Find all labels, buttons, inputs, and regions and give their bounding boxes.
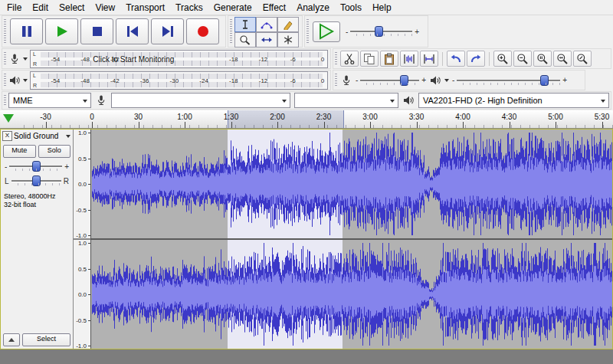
menu-item-help[interactable]: Help <box>367 1 397 15</box>
vertical-ruler-tick <box>88 133 90 133</box>
zoom-tool-button[interactable] <box>234 32 256 48</box>
zoom-in-button[interactable] <box>493 51 512 67</box>
paste-button[interactable] <box>380 51 398 67</box>
toolbar-grip[interactable] <box>230 19 232 44</box>
play-speed-thumb[interactable] <box>375 26 383 37</box>
timeline-tick <box>277 122 278 128</box>
meter-dropdown-arrow-icon[interactable] <box>23 79 28 82</box>
recording-volume-thumb[interactable] <box>400 75 408 86</box>
timeline-pin-icon[interactable] <box>3 114 14 123</box>
menu-item-edit[interactable]: Edit <box>27 1 54 15</box>
zoom-out-button[interactable] <box>513 51 532 67</box>
playback-volume-slider[interactable]: - + <box>452 74 567 87</box>
gain-thumb[interactable] <box>32 161 41 172</box>
cut-button[interactable] <box>340 51 359 67</box>
track-select-button[interactable]: Select <box>22 333 70 346</box>
toolbar-grip[interactable] <box>335 52 337 65</box>
play-at-speed-button[interactable] <box>313 21 340 42</box>
mute-button[interactable]: Mute <box>3 145 36 158</box>
speaker-icon[interactable] <box>8 74 21 87</box>
microphone-icon[interactable] <box>8 53 21 65</box>
trim-audio-button[interactable] <box>400 51 418 67</box>
stop-button[interactable] <box>80 18 113 44</box>
transport-toolbar <box>2 15 226 48</box>
meter-scale-number: -54 <box>51 77 61 84</box>
mixer-dropdown-arrow-icon[interactable] <box>444 79 449 82</box>
fit-selection-button[interactable] <box>533 51 552 67</box>
track-close-button[interactable]: X <box>2 131 12 141</box>
menu-item-view[interactable]: View <box>90 1 120 15</box>
draw-tool-button[interactable] <box>277 17 299 32</box>
toolbar-grip[interactable] <box>306 19 309 44</box>
pan-right-label: R <box>64 177 69 185</box>
zoom-out-icon <box>516 53 529 65</box>
fit-project-button[interactable] <box>553 51 572 67</box>
menu-item-file[interactable]: File <box>2 1 27 15</box>
play-speed-slider[interactable]: - + <box>346 25 419 38</box>
menu-item-tracks[interactable]: Tracks <box>170 1 208 15</box>
silence-audio-button[interactable] <box>420 51 438 67</box>
menu-item-generate[interactable]: Generate <box>208 1 257 15</box>
playback-device-value: VA2201-FHD (2- High Definition <box>423 96 543 105</box>
pan-thumb[interactable] <box>32 175 41 186</box>
undo-button[interactable] <box>447 51 465 67</box>
record-icon <box>196 25 210 38</box>
toolbar-grip[interactable] <box>335 74 337 87</box>
copy-button[interactable] <box>360 51 379 67</box>
cut-icon <box>343 53 356 65</box>
pan-left-label: L <box>5 177 9 185</box>
time-shift-tool-button[interactable] <box>256 32 277 48</box>
collapse-track-button[interactable] <box>3 333 20 346</box>
slider-plus-label: + <box>421 76 426 84</box>
meter-scale-number: -24 <box>199 77 208 84</box>
zoom-toggle-button[interactable] <box>573 51 592 67</box>
menu-item-analyze[interactable]: Analyze <box>291 1 335 15</box>
track-name[interactable]: Solid Ground <box>14 132 64 140</box>
menu-item-transport[interactable]: Transport <box>120 1 170 15</box>
meter-dropdown-arrow-icon[interactable] <box>23 57 28 61</box>
playback-meter[interactable]: L R -54-48-42-36-30-24-18-12-60 <box>30 71 328 90</box>
selection-tool-button[interactable] <box>234 17 256 32</box>
timeline-ruler[interactable]: -300301:001:302:002:303:003:304:004:305:… <box>0 110 613 129</box>
playback-device-select[interactable]: VA2201-FHD (2- High Definition <box>418 93 609 108</box>
meter-scale-number: -42 <box>110 77 120 84</box>
timeline-tick <box>46 122 47 128</box>
waveform-canvas[interactable] <box>91 130 612 349</box>
empty-track-area[interactable] <box>0 349 613 364</box>
toolbar-grip[interactable] <box>4 74 6 87</box>
menu-item-tools[interactable]: Tools <box>335 1 367 15</box>
pause-button[interactable] <box>10 18 43 44</box>
recording-volume-slider[interactable]: - + <box>356 74 426 87</box>
meter-scale-number: -6 <box>290 77 296 84</box>
play-button[interactable] <box>45 18 78 44</box>
toolbar-grip[interactable] <box>4 52 6 65</box>
track-format-info: Stereo, 48000Hz 32-bit float <box>1 187 73 209</box>
gain-slider[interactable]: - + <box>1 158 73 172</box>
audio-host-select[interactable]: MME <box>8 93 91 108</box>
timeline-tick <box>602 122 603 128</box>
meter-scale-number: -12 <box>259 55 268 62</box>
vertical-ruler-label: -0.5 <box>76 206 87 213</box>
track-menu-arrow-icon[interactable] <box>66 135 70 138</box>
menu-item-select[interactable]: Select <box>54 1 90 15</box>
redo-button[interactable] <box>467 51 485 67</box>
recording-channels-select[interactable] <box>294 93 398 108</box>
meter-scale-number: -12 <box>259 77 268 84</box>
recording-meter[interactable]: L R -54-48-42-18-12-60 Click to Start Mo… <box>30 50 328 68</box>
playback-volume-thumb[interactable] <box>540 75 549 86</box>
skip-to-start-button[interactable] <box>116 18 149 44</box>
solo-button[interactable]: Solo <box>38 145 71 158</box>
timeline-label: -30 <box>40 113 51 121</box>
recording-device-select[interactable] <box>111 93 290 108</box>
record-button[interactable] <box>186 18 219 44</box>
envelope-tool-button[interactable] <box>256 17 277 32</box>
toolbar-grip[interactable] <box>4 95 6 106</box>
menu-item-effect[interactable]: Effect <box>257 1 291 15</box>
meter-scale-number: -36 <box>140 77 149 84</box>
skip-to-end-button[interactable] <box>151 18 184 44</box>
timeline-label: 3:30 <box>409 113 424 121</box>
play-at-speed-toolbar: - + <box>304 15 428 48</box>
pan-slider[interactable]: L R <box>1 172 73 187</box>
multi-tool-button[interactable] <box>277 32 299 48</box>
toolbar-grip[interactable] <box>4 19 6 44</box>
